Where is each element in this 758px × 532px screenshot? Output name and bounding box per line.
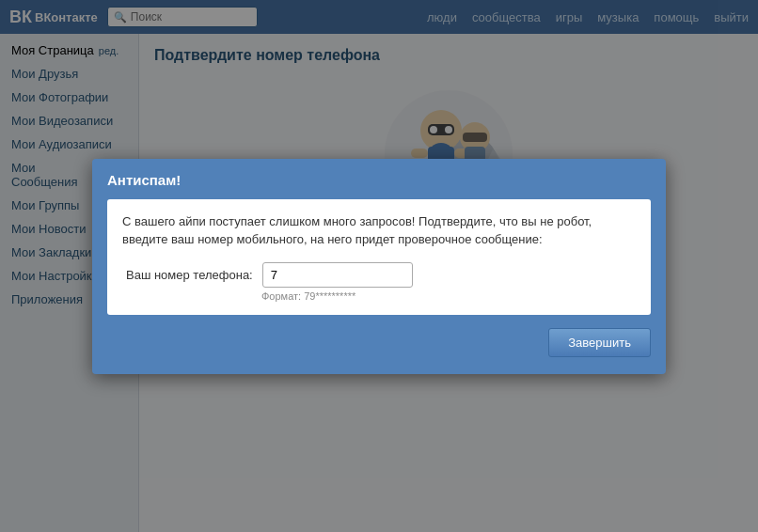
dialog-footer: Завершить <box>107 328 651 357</box>
antispam-dialog: Антиспам! С вашего айпи поступает слишко… <box>92 159 666 374</box>
dialog-title: Антиспам! <box>107 172 651 188</box>
phone-input[interactable] <box>262 262 413 288</box>
dialog-body: С вашего айпи поступает слишком много за… <box>107 199 651 315</box>
dialog-form: Ваш номер телефона: <box>122 262 636 288</box>
overlay: Антиспам! С вашего айпи поступает слишко… <box>0 0 758 532</box>
dialog-message: С вашего айпи поступает слишком много за… <box>122 212 636 249</box>
submit-button[interactable]: Завершить <box>548 328 651 357</box>
phone-label: Ваш номер телефона: <box>126 268 253 282</box>
phone-format: Формат: 79********** <box>261 290 636 302</box>
